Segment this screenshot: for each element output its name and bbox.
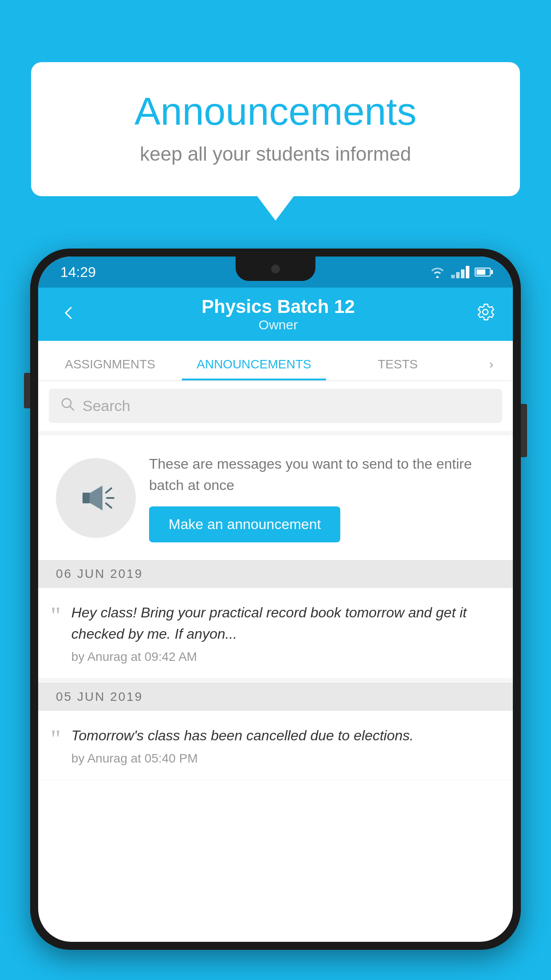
announcement-meta-1: by Anurag at 09:42 AM [71, 650, 495, 664]
bubble-subtitle: keep all your students informed [67, 143, 484, 165]
content-area: Search [38, 381, 513, 780]
signal-icon [451, 266, 469, 278]
status-bar: 14:29 [38, 257, 513, 288]
svg-line-4 [106, 488, 111, 493]
announcement-item-1[interactable]: " Hey class! Bring your practical record… [38, 588, 513, 679]
app-bar-title: Physics Batch 12 [81, 296, 476, 317]
tab-more[interactable]: › [470, 357, 513, 380]
app-bar: Physics Batch 12 Owner [38, 288, 513, 341]
date-separator-2: 05 JUN 2019 [38, 683, 513, 711]
status-icons [429, 266, 491, 278]
phone-outer: 14:29 [30, 249, 521, 950]
quote-icon-2: " [51, 727, 61, 751]
announce-content: These are messages you want to send to t… [149, 453, 495, 542]
app-bar-center: Physics Batch 12 Owner [81, 296, 476, 332]
announcement-promo-card: These are messages you want to send to t… [38, 435, 513, 560]
tab-announcements[interactable]: ANNOUNCEMENTS [182, 357, 326, 380]
svg-line-6 [106, 503, 111, 508]
announcement-text-1: Hey class! Bring your practical record b… [71, 602, 495, 664]
announce-description: These are messages you want to send to t… [149, 453, 495, 496]
wifi-icon [429, 266, 446, 278]
quote-icon-1: " [51, 604, 61, 628]
megaphone-icon [74, 476, 118, 520]
camera [271, 265, 280, 273]
date-separator-1: 06 JUN 2019 [38, 560, 513, 588]
announcement-meta-2: by Anurag at 05:40 PM [71, 751, 495, 766]
make-announcement-button[interactable]: Make an announcement [149, 506, 340, 542]
svg-line-1 [70, 406, 74, 410]
bubble-title: Announcements [67, 89, 484, 134]
tab-assignments[interactable]: ASSIGNMENTS [38, 357, 182, 380]
announcement-message-2: Tomorrow's class has been cancelled due … [71, 725, 495, 746]
settings-button[interactable] [476, 302, 495, 326]
notch [236, 257, 315, 281]
announcement-text-2: Tomorrow's class has been cancelled due … [71, 725, 495, 766]
svg-rect-3 [83, 493, 90, 503]
phone-wrapper: 14:29 [30, 249, 521, 980]
battery-icon [475, 268, 491, 277]
status-time: 14:29 [60, 264, 96, 281]
app-bar-subtitle: Owner [81, 317, 476, 332]
announcement-item-2[interactable]: " Tomorrow's class has been cancelled du… [38, 711, 513, 780]
search-placeholder: Search [83, 397, 130, 415]
phone-screen: 14:29 [38, 257, 513, 942]
announce-icon-circle [56, 458, 136, 538]
search-bar[interactable]: Search [49, 389, 502, 423]
speech-bubble-container: Announcements keep all your students inf… [31, 62, 520, 196]
tab-tests[interactable]: TESTS [326, 357, 470, 380]
back-button[interactable] [56, 299, 81, 330]
speech-bubble: Announcements keep all your students inf… [31, 62, 520, 196]
search-container: Search [38, 381, 513, 431]
search-icon [59, 396, 75, 416]
tabs: ASSIGNMENTS ANNOUNCEMENTS TESTS › [38, 341, 513, 381]
announcement-message-1: Hey class! Bring your practical record b… [71, 602, 495, 644]
